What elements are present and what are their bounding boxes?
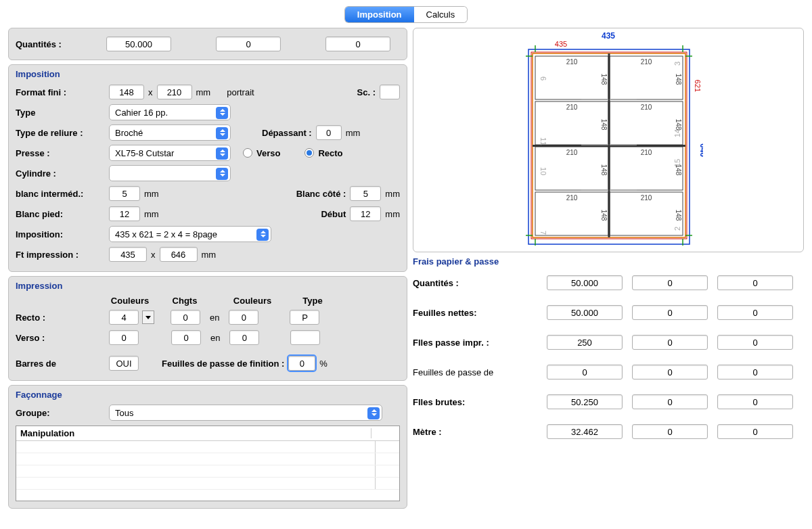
frais-metre-label: Mètre :	[413, 427, 547, 437]
quantites-2-input[interactable]	[216, 37, 281, 51]
ft-height-input[interactable]	[160, 247, 198, 262]
frais-n2-input[interactable]	[632, 305, 708, 320]
recto-row-label: Recto :	[16, 313, 105, 323]
verso-chgts-input[interactable]	[171, 330, 201, 345]
svg-text:10: 10	[539, 167, 547, 175]
debut-input[interactable]	[350, 206, 381, 221]
svg-text:210: 210	[566, 194, 578, 202]
sc-input[interactable]	[380, 85, 400, 99]
svg-text:148: 148	[600, 164, 608, 176]
verso-couleurs-input[interactable]	[109, 330, 139, 345]
col-couleurs: Couleurs	[109, 296, 151, 306]
svg-text:7: 7	[539, 231, 547, 235]
frais-b2-input[interactable]	[632, 394, 708, 409]
type-select[interactable]: Cahier 16 pp.	[109, 104, 231, 120]
diagram-top-label: 435	[602, 32, 615, 41]
tab-calculs[interactable]: Calculs	[414, 7, 468, 22]
depassant-label: Dépassant :	[262, 128, 312, 138]
table-row	[16, 453, 399, 465]
imposition-calc-label: Imposition:	[16, 229, 105, 239]
blanc-intermed-input[interactable]	[109, 186, 140, 201]
blanc-cote-unit: mm	[385, 189, 400, 199]
verso-en-text: en	[210, 333, 220, 343]
main-tabs: Imposition Calculs	[345, 7, 467, 22]
barres-input[interactable]	[109, 356, 139, 371]
svg-text:210: 210	[566, 104, 578, 111]
groupe-label: Groupe:	[16, 408, 105, 418]
manipulation-table[interactable]: Manipulation	[16, 426, 400, 501]
frais-pd3-input[interactable]	[717, 365, 793, 380]
depassant-input[interactable]	[316, 125, 342, 140]
ft-impression-label: Ft impression :	[16, 250, 105, 260]
frais-b3-input[interactable]	[717, 394, 793, 409]
frais-pi2-input[interactable]	[632, 335, 708, 350]
col-type: Type	[293, 296, 332, 306]
recto-couleurs-input[interactable]	[109, 310, 139, 325]
frais-pd2-input[interactable]	[632, 365, 708, 380]
verso-radio[interactable]	[243, 148, 252, 158]
imposition-calc-select[interactable]: 435 x 621 = 2 x 4 = 8page	[109, 226, 271, 242]
quantites-label: Quantités :	[16, 39, 102, 49]
ft-mm-unit: mm	[202, 250, 217, 260]
verso-couleurs2-input[interactable]	[229, 330, 259, 345]
feuilles-finition-input[interactable]	[288, 356, 315, 371]
frais-pd1-input[interactable]	[547, 365, 623, 380]
type-label: Type	[16, 108, 105, 118]
svg-text:210: 210	[641, 194, 652, 202]
svg-text:14: 14	[673, 129, 681, 137]
format-height-input[interactable]	[157, 85, 192, 99]
ft-x-text: x	[151, 250, 156, 260]
ft-width-input[interactable]	[109, 247, 147, 262]
svg-text:210: 210	[641, 58, 652, 66]
recto-couleurs2-input[interactable]	[229, 310, 258, 325]
chevron-icon	[220, 170, 225, 177]
svg-text:210: 210	[641, 104, 652, 111]
frais-q2-input[interactable]	[632, 275, 708, 290]
quantites-3-input[interactable]	[325, 37, 390, 51]
manipulation-header: Manipulation	[20, 428, 371, 438]
orientation-text: portrait	[227, 87, 254, 97]
groupe-select[interactable]: Tous	[109, 405, 382, 421]
verso-row-label: Verso :	[16, 333, 105, 343]
debut-unit: mm	[385, 209, 400, 219]
verso-type-input[interactable]	[290, 330, 320, 345]
tab-imposition[interactable]: Imposition	[345, 7, 414, 22]
blanc-pied-input[interactable]	[109, 206, 140, 221]
depassant-unit: mm	[346, 128, 361, 138]
recto-type-input[interactable]	[290, 310, 319, 325]
table-row	[16, 465, 399, 478]
frais-q3-input[interactable]	[717, 275, 793, 290]
frais-brutes-label: Flles brutes:	[413, 397, 547, 407]
imposition-diagram: 435 435 621 646	[413, 28, 804, 252]
frais-m1-input[interactable]	[547, 424, 623, 439]
svg-text:11: 11	[539, 137, 547, 145]
frais-n1-input[interactable]	[547, 305, 623, 320]
col-chgts: Chgts	[164, 296, 205, 306]
sc-label: Sc. :	[357, 87, 376, 97]
frais-q1-input[interactable]	[547, 275, 623, 290]
recto-couleurs-dropdown[interactable]	[142, 310, 154, 324]
recto-radio[interactable]	[304, 148, 314, 158]
svg-text:148: 148	[600, 74, 608, 85]
frais-quantites-label: Quantités :	[413, 278, 547, 288]
quantites-1-input[interactable]	[106, 37, 171, 51]
frais-pi1-input[interactable]	[547, 335, 623, 350]
frais-m2-input[interactable]	[632, 424, 708, 439]
presse-select[interactable]: XL75-8 Cutstar	[109, 145, 231, 161]
svg-text:6: 6	[539, 76, 547, 80]
cylindre-select[interactable]	[109, 165, 231, 181]
frais-n3-input[interactable]	[717, 305, 793, 320]
recto-chgts-input[interactable]	[171, 310, 200, 325]
frais-m3-input[interactable]	[717, 424, 793, 439]
reliure-select[interactable]: Broché	[109, 124, 231, 141]
frais-pi3-input[interactable]	[717, 335, 793, 350]
chevron-icon	[261, 231, 266, 237]
frais-b1-input[interactable]	[547, 394, 623, 409]
svg-text:148: 148	[675, 119, 682, 131]
format-width-input[interactable]	[109, 85, 144, 99]
blanc-cote-label: Blanc côté :	[296, 189, 346, 199]
diagram-side-label2: 646	[698, 143, 703, 157]
blanc-cote-input[interactable]	[350, 186, 381, 201]
presse-label: Presse :	[16, 148, 105, 158]
verso-radio-label: Verso	[256, 148, 280, 158]
